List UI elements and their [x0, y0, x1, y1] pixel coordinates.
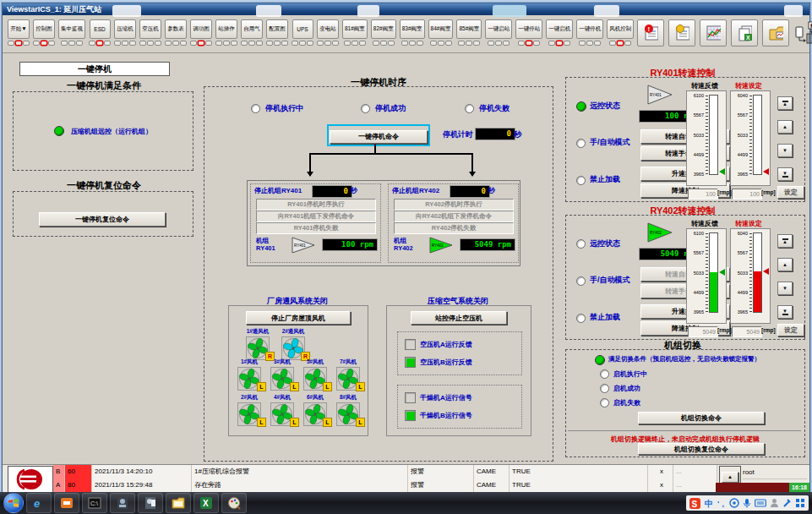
title-bar[interactable]: ViewstarICS_1: 延川压气站: [3, 3, 809, 15]
toolbar-button[interactable]: 83#阀室: [400, 19, 425, 39]
feedback-value-input[interactable]: 5049: [688, 326, 718, 337]
remote-status-radio[interactable]: [576, 239, 586, 249]
history-archive-button[interactable]: [762, 19, 789, 46]
shutdown-reset-button[interactable]: 一键停机复位命令: [39, 212, 166, 227]
fan-unit[interactable]: 3#风机L: [267, 358, 297, 391]
sogou-input-icon[interactable]: S: [689, 498, 700, 509]
toolbar-button[interactable]: 参数表: [165, 19, 187, 39]
fan-unit[interactable]: 1#风机L: [234, 358, 264, 391]
fan-unit[interactable]: 5#风机L: [300, 358, 330, 391]
feedback-value-input[interactable]: 100: [688, 189, 718, 200]
fan-unit[interactable]: 2#风机L: [234, 394, 264, 426]
step-up-button[interactable]: ▲: [777, 258, 793, 271]
report-export-button[interactable]: X: [731, 19, 758, 46]
alarm-row[interactable]: B 60 2021/11/3 14:20:10 1#压缩机综合报警 报警 CAM…: [53, 465, 717, 479]
stop-air-compressor-button[interactable]: 站控停止空压机: [411, 311, 507, 325]
toolbar-button[interactable]: 82#阀室: [371, 19, 396, 39]
toolbar-button[interactable]: 空压机: [139, 19, 161, 39]
toolbar-button[interactable]: 85#阀室: [456, 19, 482, 39]
toolbar-button[interactable]: 变电站: [317, 19, 339, 39]
set-speed-button[interactable]: 设定: [777, 324, 804, 336]
command-prompt-icon[interactable]: C:\: [82, 493, 107, 513]
toolbar-button[interactable]: 风机控制: [607, 19, 634, 39]
svg-text:RY402: RY402: [432, 243, 444, 248]
layout-grid-icon[interactable]: [795, 498, 805, 508]
toolbar-button[interactable]: 一键启机: [546, 19, 573, 39]
alarm-summary-button[interactable]: !: [637, 19, 664, 46]
start-running-radio[interactable]: [600, 369, 609, 379]
toolbar-item: 配置图: [266, 19, 288, 46]
toolbar-button[interactable]: 一键启站: [485, 19, 512, 39]
toolbar-button[interactable]: 控制图: [33, 19, 55, 39]
shutdown-fail-radio[interactable]: [465, 104, 474, 113]
fan-badge: L: [290, 418, 299, 427]
step-down-button[interactable]: ▼: [777, 144, 793, 157]
flow-line: [309, 153, 311, 172]
excel-icon[interactable]: X: [193, 493, 219, 513]
user-profile-icon[interactable]: [770, 498, 779, 508]
fan-unit[interactable]: 8#风机L: [333, 394, 363, 426]
hmi-monitor-icon[interactable]: [138, 493, 163, 513]
shutdown-success-radio[interactable]: [361, 104, 370, 113]
hmi-runtime-icon[interactable]: [110, 493, 135, 513]
alarm-ack: x: [648, 465, 673, 478]
scroll-bottom-button[interactable]: ▼: [777, 167, 793, 181]
fan-badge: L: [356, 418, 365, 427]
toolbar-button[interactable]: 一键停站: [515, 19, 542, 39]
mode-radio[interactable]: [576, 276, 586, 286]
setting-value-input[interactable]: 100: [732, 189, 762, 200]
alarm-page-up-button[interactable]: ▲: [722, 472, 738, 483]
internet-explorer-icon[interactable]: e: [26, 493, 52, 513]
svg-text:中: 中: [705, 499, 713, 508]
mode-radio[interactable]: [576, 139, 586, 148]
fan-unit[interactable]: 2#通风机R: [278, 328, 308, 360]
event-summary-button[interactable]: [668, 19, 695, 46]
paint-icon[interactable]: [221, 493, 247, 513]
trend-curves-button[interactable]: [700, 19, 727, 46]
punctuation-icon[interactable]: '，: [717, 498, 726, 508]
start-button[interactable]: [3, 493, 24, 513]
toolbar-button[interactable]: 集中监视: [58, 19, 85, 39]
load-inhibit-radio[interactable]: [576, 314, 586, 323]
unit-switch-command-button[interactable]: 机组切换命令: [638, 412, 765, 424]
toolbar-button[interactable]: 站操作: [215, 19, 237, 39]
soft-keyboard-icon[interactable]: [755, 498, 766, 508]
load-inhibit-radio[interactable]: [576, 176, 586, 185]
unit-switch-reset-button[interactable]: 机组切换复位命令: [638, 443, 765, 455]
toolbar-button[interactable]: 84#阀室: [428, 19, 454, 39]
toolbar-button[interactable]: 81#阀室: [342, 19, 368, 39]
scroll-bottom-button[interactable]: ▼: [777, 305, 793, 319]
input-tools-icon[interactable]: [782, 498, 792, 508]
emoji-picker-icon[interactable]: [729, 498, 739, 508]
fan-unit[interactable]: 1#通风机R: [243, 328, 273, 360]
toolbar-button[interactable]: ESD: [90, 19, 111, 39]
toolbar-button[interactable]: 调功图: [190, 19, 212, 39]
toolbar-button[interactable]: 一键停机: [576, 19, 603, 39]
alarm-row[interactable]: A 80 2021/11/3 15:29:48 存在旁路 报警 CAME TRU…: [53, 478, 717, 493]
set-speed-button[interactable]: 设定: [777, 186, 804, 199]
toolbar-button[interactable]: UPS: [292, 19, 313, 39]
file-explorer-icon[interactable]: [166, 493, 191, 513]
step-up-button[interactable]: ▲: [777, 120, 793, 134]
toolbar-button[interactable]: 自用气: [241, 19, 263, 39]
fan-unit[interactable]: 6#风机L: [300, 394, 330, 426]
scroll-top-button[interactable]: ▲: [777, 96, 793, 110]
logout-print-icon[interactable]: R: [793, 19, 812, 46]
start-success-radio[interactable]: [600, 384, 609, 393]
scroll-top-button[interactable]: ▲: [777, 234, 793, 248]
toolbar-button[interactable]: 配置图: [266, 19, 288, 39]
start-fail-radio[interactable]: [600, 398, 609, 407]
step-down-button[interactable]: ▼: [777, 282, 793, 295]
chinese-mode-icon[interactable]: 中: [704, 498, 714, 508]
toolbar-button[interactable]: 开始▼: [8, 19, 29, 39]
microphone-icon[interactable]: [743, 498, 751, 508]
shutdown-running-radio[interactable]: [251, 104, 260, 113]
fan-unit[interactable]: 7#风机L: [333, 358, 363, 391]
one-key-shutdown-command-button[interactable]: 一键停机命令: [330, 130, 428, 144]
toolbar-button[interactable]: 压缩机: [114, 19, 136, 39]
toolbar-right-icons: ! X R: [637, 19, 812, 46]
fan-icon: L: [270, 402, 294, 426]
setting-value-input[interactable]: 5049: [732, 326, 762, 337]
vmware-icon[interactable]: [54, 493, 79, 513]
fan-unit[interactable]: 4#风机L: [267, 394, 297, 426]
